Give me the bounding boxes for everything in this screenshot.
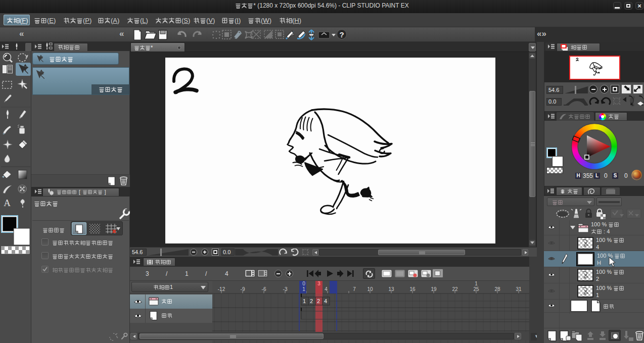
svg-text:10: 10 (367, 286, 373, 292)
svg-text:4: 4 (324, 298, 327, 304)
svg-text:-3: -3 (283, 286, 288, 292)
svg-text:1: 1 (302, 286, 305, 292)
svg-text:-6: -6 (262, 286, 266, 292)
svg-text:A: A (4, 198, 11, 208)
svg-text:22: 22 (452, 286, 458, 292)
svg-text:2: 2 (317, 298, 320, 304)
svg-text:7: 7 (353, 286, 356, 292)
svg-text:1: 1 (475, 281, 478, 286)
svg-text:4: 4 (325, 286, 328, 292)
svg-text:25: 25 (473, 286, 479, 292)
svg-text:31: 31 (516, 286, 522, 292)
svg-text:-12: -12 (218, 286, 225, 292)
svg-text:0: 0 (302, 281, 305, 286)
svg-text:3: 3 (317, 281, 320, 286)
svg-text:16: 16 (409, 286, 416, 292)
svg-text:13: 13 (388, 286, 394, 292)
svg-text:-9: -9 (241, 286, 245, 292)
svg-text:2: 2 (310, 298, 313, 304)
svg-text:19: 19 (431, 286, 437, 292)
svg-text:1: 1 (303, 298, 306, 304)
svg-text:28: 28 (494, 286, 500, 292)
